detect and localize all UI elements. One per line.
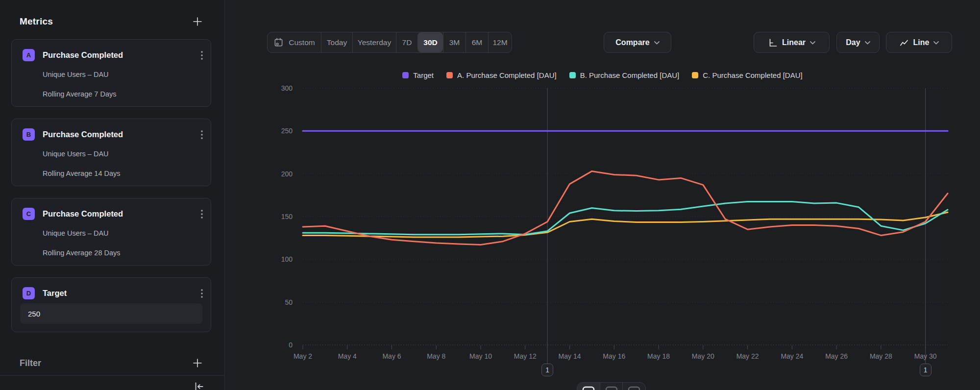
x-tick-label: May 24 [781,352,803,360]
metric-menu-button[interactable] [201,130,203,139]
metric-card-c[interactable]: CPurchase CompletedUnique Users – DAURol… [11,198,211,266]
filter-header: Filter [20,354,203,372]
panel-icon [628,386,640,390]
metric-card-a[interactable]: APurchase CompletedUnique Users – DAURol… [11,39,211,107]
x-tick-label: May 12 [514,352,537,360]
metric-badge: D [23,287,35,299]
sidebar: Metrics APurchase CompletedUnique Users … [0,0,225,390]
metric-menu-button[interactable] [201,51,203,60]
metrics-header: Metrics [20,12,203,31]
x-tick-label: May 2 [294,352,312,360]
metric-badge: B [23,128,35,141]
plus-icon [192,16,203,27]
annotation-badge[interactable]: 1 [920,364,931,376]
kebab-menu-icon [201,289,203,298]
metric-menu-button[interactable] [201,289,203,298]
y-tick-label: 0 [289,341,293,349]
metric-card-header: BPurchase Completed [23,128,203,141]
series-line-c [303,212,948,237]
metric-card-header: DTarget [23,287,203,299]
add-filter-button[interactable] [192,358,203,368]
chart-size-option-medium[interactable] [600,383,623,390]
y-tick-label: 250 [281,127,293,135]
x-tick-label: May 20 [692,352,714,360]
x-tick-label: May 30 [914,352,937,360]
metrics-title: Metrics [20,16,53,27]
sidebar-footer-divider [0,375,224,376]
filter-title: Filter [20,358,41,368]
metric-measurement: Unique Users – DAU [43,71,201,78]
panel-icon [605,386,618,390]
y-tick-label: 150 [281,213,293,220]
metric-card-header: APurchase Completed [23,49,203,61]
collapse-left-icon [192,380,205,390]
metric-card-header: CPurchase Completed [23,208,203,220]
metric-title: Purchase Completed [43,130,201,139]
metric-measurement: Unique Users – DAU [43,150,201,158]
chart-size-option-small[interactable] [577,383,600,390]
chart-size-toggle [577,382,646,390]
x-tick-label: May 18 [647,352,670,360]
metric-measurement: Unique Users – DAU [43,229,201,237]
x-tick-label: May 14 [559,352,581,360]
metric-card-b[interactable]: BPurchase CompletedUnique Users – DAURol… [11,119,211,186]
series-line-b [303,201,948,234]
metric-badge: A [23,49,35,61]
x-tick-label: May 22 [736,352,759,360]
metric-rolling-average: Rolling Average 7 Days [43,90,201,98]
y-tick-label: 100 [281,255,293,263]
y-tick-label: 200 [281,170,293,178]
metric-title: Purchase Completed [43,209,201,219]
metric-menu-button[interactable] [201,210,203,219]
kebab-menu-icon [201,210,203,219]
chart-size-option-large[interactable] [622,383,645,390]
y-tick-label: 300 [281,84,293,92]
x-tick-label: May 16 [603,352,625,360]
chart-panel: CustomTodayYesterday7D30D3M6M12M Compare… [225,0,980,390]
x-tick-label: May 4 [338,352,357,360]
x-tick-label: May 10 [469,352,492,360]
panel-icon [582,386,595,390]
metric-rolling-average: Rolling Average 28 Days [43,249,201,257]
x-tick-label: May 26 [825,352,848,360]
annotation-badge[interactable]: 1 [541,364,553,376]
x-tick-label: May 8 [427,352,445,360]
x-tick-label: May 28 [870,352,892,360]
target-value-input[interactable]: 250 [20,303,202,324]
kebab-menu-icon [201,51,203,60]
metric-rolling-average: Rolling Average 14 Days [43,170,201,177]
plus-icon [192,358,203,368]
metric-card-d[interactable]: DTarget250 [11,277,211,332]
kebab-menu-icon [201,130,203,139]
line-chart: 050100150200250300May 2May 4May 6May 8Ma… [225,0,980,390]
collapse-sidebar-button[interactable] [192,380,205,390]
metric-title: Target [43,289,201,298]
x-tick-label: May 6 [382,352,401,360]
metric-title: Purchase Completed [43,50,201,60]
y-tick-label: 50 [285,298,293,306]
metric-badge: C [23,208,35,220]
add-metric-button[interactable] [192,16,203,27]
